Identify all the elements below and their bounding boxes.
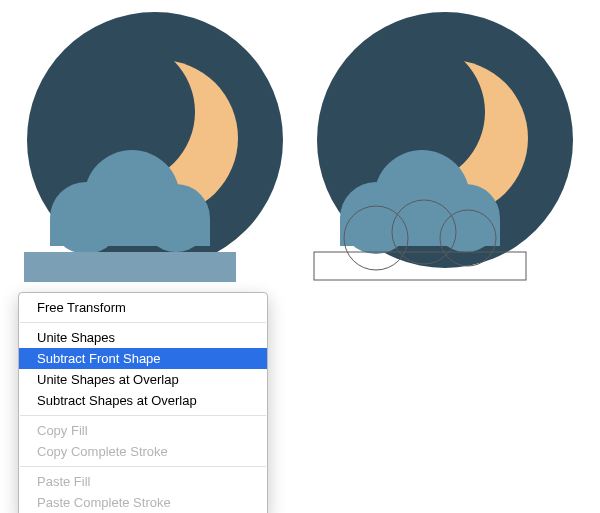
menu-item-unite-shapes[interactable]: Unite Shapes [19,327,267,348]
menu-item-copy-complete-stroke: Copy Complete Stroke [19,441,267,462]
menu-item-subtract-shapes-at-overlap[interactable]: Subtract Shapes at Overlap [19,390,267,411]
icon-left [24,12,283,282]
menu-item-free-transform[interactable]: Free Transform [19,297,267,318]
menu-item-copy-fill: Copy Fill [19,420,267,441]
cloud-band [24,252,236,282]
menu-item-subtract-front-shape[interactable]: Subtract Front Shape [19,348,267,369]
artwork [10,10,590,300]
menu-separator [20,322,266,323]
svg-rect-6 [50,218,210,246]
canvas: Free Transform Unite Shapes Subtract Fro… [0,0,600,513]
menu-separator [20,466,266,467]
icon-right [314,12,573,280]
menu-item-paste-complete-stroke: Paste Complete Stroke [19,492,267,513]
menu-item-paste-fill: Paste Fill [19,471,267,492]
context-menu: Free Transform Unite Shapes Subtract Fro… [18,292,268,513]
menu-item-unite-shapes-at-overlap[interactable]: Unite Shapes at Overlap [19,369,267,390]
menu-separator [20,415,266,416]
svg-rect-13 [340,218,500,246]
